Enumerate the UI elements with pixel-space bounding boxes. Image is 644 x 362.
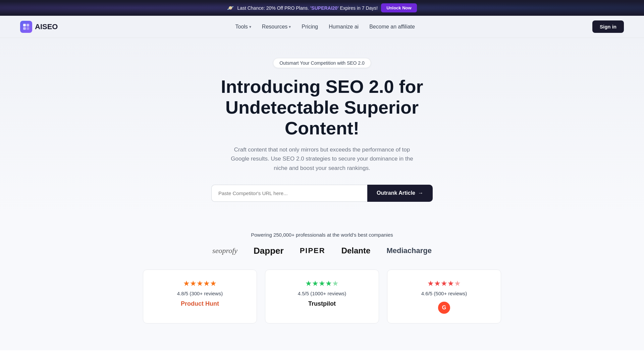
producthunt-score: 4.8/5 (300+ reviews): [155, 291, 245, 296]
svg-rect-2: [23, 27, 26, 30]
tools-chevron-icon: ▾: [249, 24, 251, 29]
banner-emoji: 🪐: [227, 5, 234, 11]
svg-rect-3: [26, 27, 29, 30]
brand-mediacharge: Mediacharge: [386, 246, 432, 255]
nav-affiliate[interactable]: Become an affiliate: [369, 24, 415, 30]
powering-text: Powering 250,000+ professionals at the w…: [7, 232, 637, 238]
brand-logos: seoprofy Dapper PIPER Delante Mediacharg…: [7, 246, 637, 256]
logo-icon: [20, 21, 32, 33]
banner-main-text: Last Chance: 20% Off PRO Plans.: [237, 5, 309, 11]
navbar: AISEO Tools▾ Resources▾ Pricing Humanize…: [0, 16, 644, 38]
svg-rect-1: [26, 24, 29, 26]
producthunt-label: Product Hunt: [155, 300, 245, 307]
hero-badge: Outsmart Your Competition with SEO 2.0: [273, 58, 371, 68]
unlock-now-button[interactable]: Unlock Now: [381, 3, 417, 12]
nav-tools[interactable]: Tools▾: [235, 24, 251, 30]
logo-link[interactable]: AISEO: [20, 21, 58, 33]
brand-seoprofy: seoprofy: [212, 246, 237, 255]
hero-subtitle: Craft content that not only mirrors but …: [225, 145, 419, 173]
resources-chevron-icon: ▾: [289, 24, 291, 29]
hero-title: Introducing SEO 2.0 for Undetectable Sup…: [205, 76, 439, 138]
nav-links: Tools▾ Resources▾ Pricing Humanize ai Be…: [235, 24, 415, 30]
review-card-trustpilot: ★★★★★ 4.5/5 (1000+ reviews) Trustpilot: [265, 269, 379, 323]
bottom-section: SEO 2.0: Revolutionizing How Your Busine…: [0, 350, 644, 362]
nav-pricing[interactable]: Pricing: [302, 24, 318, 30]
hero-title-line2: Undetectable Superior Content!: [225, 97, 419, 138]
g2-logo-icon: G: [438, 302, 450, 314]
outrank-arrow-icon: →: [418, 190, 423, 196]
g2-stars: ★★★★★: [399, 279, 489, 288]
logo-text: AISEO: [35, 22, 58, 31]
trustpilot-label: Trustpilot: [277, 300, 367, 307]
outrank-label: Outrank Article: [377, 190, 415, 196]
review-card-producthunt: ★★★★★ 4.8/5 (300+ reviews) Product Hunt: [143, 269, 257, 323]
search-row: Outrank Article →: [211, 185, 433, 202]
review-cards: ★★★★★ 4.8/5 (300+ reviews) Product Hunt …: [7, 269, 637, 344]
brand-dapper: Dapper: [254, 246, 284, 256]
svg-rect-0: [23, 24, 26, 26]
url-input[interactable]: [211, 185, 367, 202]
banner-promo-code: 'SUPERAI20': [310, 5, 338, 11]
brand-delante: Delante: [341, 246, 371, 255]
banner-text: Last Chance: 20% Off PRO Plans. 'SUPERAI…: [237, 5, 378, 11]
hero-section: Outsmart Your Competition with SEO 2.0 I…: [0, 38, 644, 215]
nav-humanize[interactable]: Humanize ai: [329, 24, 359, 30]
trustpilot-score: 4.5/5 (1000+ reviews): [277, 291, 367, 296]
top-banner: 🪐 Last Chance: 20% Off PRO Plans. 'SUPER…: [0, 0, 644, 16]
review-card-g2: ★★★★★ 4.6/5 (500+ reviews) G: [387, 269, 501, 323]
hero-title-line1: Introducing SEO 2.0 for: [221, 76, 423, 97]
nav-resources[interactable]: Resources▾: [262, 24, 291, 30]
signin-button[interactable]: Sign in: [592, 20, 624, 33]
banner-expires: Expires in 7 Days!: [340, 5, 378, 11]
brand-piper: PIPER: [300, 246, 325, 255]
g2-score: 4.6/5 (500+ reviews): [399, 291, 489, 296]
outrank-article-button[interactable]: Outrank Article →: [367, 185, 433, 202]
powering-section: Powering 250,000+ professionals at the w…: [0, 215, 644, 350]
producthunt-stars: ★★★★★: [155, 279, 245, 288]
trustpilot-stars: ★★★★★: [277, 279, 367, 288]
